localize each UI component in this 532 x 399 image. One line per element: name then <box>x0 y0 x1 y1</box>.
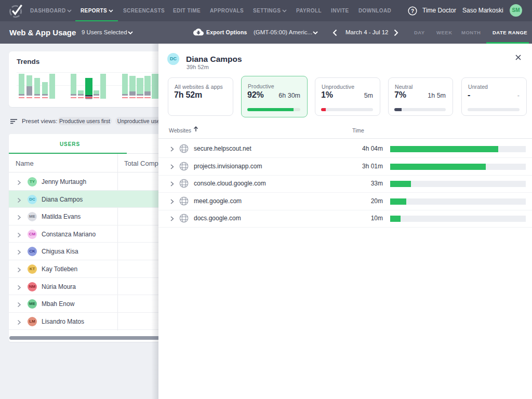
svg-text:?: ? <box>411 8 414 14</box>
